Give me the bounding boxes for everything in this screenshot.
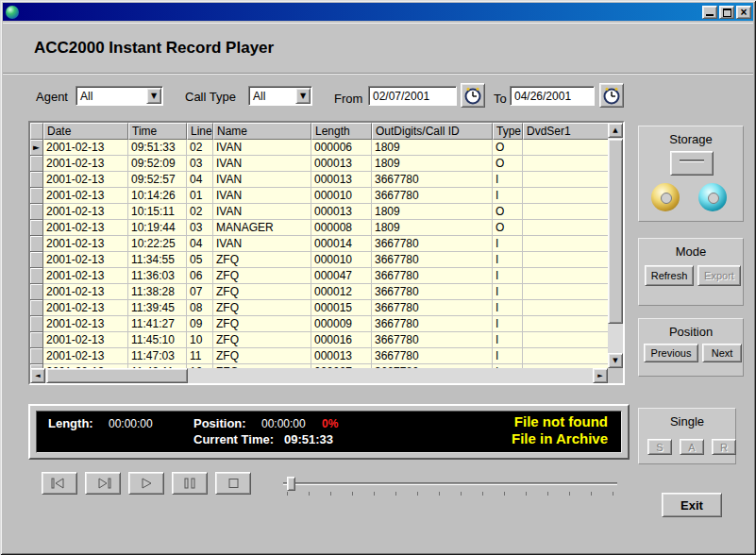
slider-track[interactable] bbox=[283, 482, 617, 485]
cell-name: ZFQ bbox=[213, 332, 311, 348]
skip-to-end-button[interactable] bbox=[85, 472, 121, 495]
row-selector-cell bbox=[30, 172, 43, 188]
to-date-clock-button[interactable] bbox=[599, 83, 624, 108]
table-row[interactable]: 2001-02-13 10:15:11 02 IVAN 000013 1809 … bbox=[30, 204, 608, 220]
cell-type: O bbox=[493, 204, 523, 220]
scroll-left-button[interactable]: ◄ bbox=[30, 368, 45, 383]
refresh-button[interactable]: Refresh bbox=[645, 265, 694, 286]
cell-outdigits: 1809 bbox=[372, 204, 493, 220]
table-row[interactable]: 2001-02-13 09:52:09 03 IVAN 000013 1809 … bbox=[30, 156, 608, 172]
table-row[interactable]: 2001-02-13 09:52:57 04 IVAN 000013 36677… bbox=[30, 172, 608, 188]
length-label: Length: bbox=[48, 416, 93, 430]
minimize-icon bbox=[706, 14, 714, 16]
column-header-type[interactable]: Type bbox=[493, 123, 523, 140]
vertical-scrollbar-thumb[interactable] bbox=[608, 139, 623, 324]
table-row[interactable]: 2001-02-13 11:45:10 10 ZFQ 000016 366778… bbox=[30, 332, 608, 348]
column-header-length[interactable]: Length bbox=[311, 123, 372, 140]
play-button[interactable] bbox=[128, 472, 164, 495]
cell-time: 09:52:57 bbox=[128, 172, 187, 188]
table-row[interactable]: 2001-02-13 10:14:26 01 IVAN 000010 36677… bbox=[30, 188, 608, 204]
from-date-clock-button[interactable] bbox=[461, 83, 485, 108]
cell-time: 09:52:09 bbox=[128, 156, 187, 172]
cell-line: 11 bbox=[187, 348, 213, 364]
pause-button[interactable] bbox=[172, 472, 208, 495]
cell-length: 000010 bbox=[311, 252, 372, 268]
column-header-line[interactable]: Line bbox=[187, 123, 213, 140]
to-date-input[interactable] bbox=[510, 86, 595, 106]
cell-time: 10:19:44 bbox=[128, 220, 187, 236]
column-header-outdigits[interactable]: OutDigits/Call ID bbox=[372, 123, 493, 140]
cell-line: 05 bbox=[187, 252, 213, 268]
pause-icon bbox=[178, 477, 201, 490]
cell-outdigits: 1809 bbox=[372, 220, 493, 236]
table-row[interactable]: 2001-02-13 11:39:45 08 ZFQ 000015 366778… bbox=[30, 300, 608, 316]
table-row[interactable]: 2001-02-13 11:38:28 07 ZFQ 000012 366778… bbox=[30, 284, 608, 300]
cell-time: 11:41:27 bbox=[128, 316, 187, 332]
table-row[interactable]: 2001-02-13 10:19:44 03 MANAGER 000008 18… bbox=[30, 220, 608, 236]
close-button[interactable]: × bbox=[736, 6, 751, 19]
previous-button[interactable]: Previous bbox=[644, 344, 698, 362]
cell-length: 000008 bbox=[311, 220, 372, 236]
cell-time: 11:34:55 bbox=[128, 252, 187, 268]
lcd-display: Length: 00:00:00 Position: 00:00:00 0% F… bbox=[36, 411, 622, 453]
cell-name: ZFQ bbox=[213, 300, 311, 316]
cell-dvdser1 bbox=[523, 204, 608, 220]
vertical-scrollbar[interactable]: ▲ ▼ bbox=[608, 123, 623, 368]
cell-line: 10 bbox=[187, 332, 213, 348]
cell-date: 2001-02-13 bbox=[43, 188, 128, 204]
next-button[interactable]: Next bbox=[702, 344, 742, 362]
column-header-time[interactable]: Time bbox=[128, 123, 187, 140]
cell-type: I bbox=[493, 252, 523, 268]
table-row[interactable]: 2001-02-13 11:47:03 11 ZFQ 000013 366778… bbox=[30, 348, 608, 364]
call-type-dropdown-arrow-icon[interactable]: ▼ bbox=[295, 88, 311, 104]
cell-type: O bbox=[493, 156, 523, 172]
from-date-input[interactable] bbox=[368, 86, 457, 106]
seek-slider[interactable] bbox=[279, 475, 621, 496]
cell-dvdser1 bbox=[523, 268, 608, 284]
slider-thumb[interactable] bbox=[287, 477, 295, 491]
horizontal-scrollbar-thumb[interactable] bbox=[46, 368, 188, 383]
skip-to-end-icon bbox=[92, 477, 114, 490]
page-title: ACC2000 Instant Record Player bbox=[34, 39, 274, 58]
drive-slot-icon bbox=[680, 160, 704, 162]
table-row[interactable]: 2001-02-13 11:36:03 06 ZFQ 000047 366778… bbox=[30, 268, 608, 284]
cell-length: 000013 bbox=[311, 172, 372, 188]
cell-outdigits: 3667780 bbox=[372, 188, 493, 204]
skip-to-start-button[interactable] bbox=[42, 472, 77, 495]
titlebar[interactable]: × bbox=[3, 3, 753, 21]
cell-dvdser1 bbox=[523, 140, 608, 156]
cell-time: 10:14:26 bbox=[128, 188, 187, 204]
maximize-button[interactable] bbox=[719, 6, 734, 19]
clock-icon bbox=[602, 86, 621, 105]
column-header-dvdser1[interactable]: DvdSer1 bbox=[523, 123, 608, 140]
cell-time: 09:51:33 bbox=[128, 140, 187, 156]
table-row[interactable]: 2001-02-13 11:41:27 09 ZFQ 000009 366778… bbox=[30, 316, 608, 332]
cd-cyan-icon[interactable] bbox=[698, 183, 727, 211]
cell-line: 03 bbox=[187, 156, 213, 172]
table-row[interactable]: 2001-02-13 10:22:25 04 IVAN 000014 36677… bbox=[30, 236, 608, 252]
horizontal-scrollbar[interactable]: ◄ ► bbox=[30, 368, 608, 383]
minimize-button[interactable] bbox=[702, 6, 717, 19]
column-header-name[interactable]: Name bbox=[213, 123, 311, 140]
scroll-right-button[interactable]: ► bbox=[593, 368, 608, 383]
cd-gold-icon[interactable] bbox=[651, 183, 680, 211]
agent-dropdown-arrow-icon[interactable]: ▼ bbox=[146, 88, 161, 104]
table-row[interactable]: ► 2001-02-13 09:51:33 02 IVAN 000006 180… bbox=[30, 140, 608, 156]
cell-length: 000047 bbox=[311, 268, 372, 284]
status-file-not-found: File not found bbox=[514, 413, 608, 429]
column-header-date[interactable]: Date bbox=[43, 123, 128, 140]
stop-button[interactable] bbox=[215, 472, 251, 495]
row-selector-cell bbox=[30, 332, 43, 348]
table-row[interactable]: 2001-02-13 11:34:55 05 ZFQ 000010 366778… bbox=[30, 252, 608, 268]
scroll-down-button[interactable]: ▼ bbox=[608, 353, 623, 368]
drive-storage-button[interactable] bbox=[670, 151, 714, 176]
cell-time: 11:45:10 bbox=[128, 332, 187, 348]
row-selector-cell bbox=[30, 316, 43, 332]
agent-combobox[interactable]: All ▼ bbox=[76, 86, 163, 106]
call-type-label: Call Type bbox=[185, 90, 236, 104]
exit-button[interactable]: Exit bbox=[662, 493, 722, 517]
call-type-combobox[interactable]: All ▼ bbox=[248, 86, 312, 106]
cell-length: 000013 bbox=[311, 348, 372, 364]
row-selector-cell bbox=[30, 188, 43, 204]
scroll-up-button[interactable]: ▲ bbox=[608, 123, 623, 138]
